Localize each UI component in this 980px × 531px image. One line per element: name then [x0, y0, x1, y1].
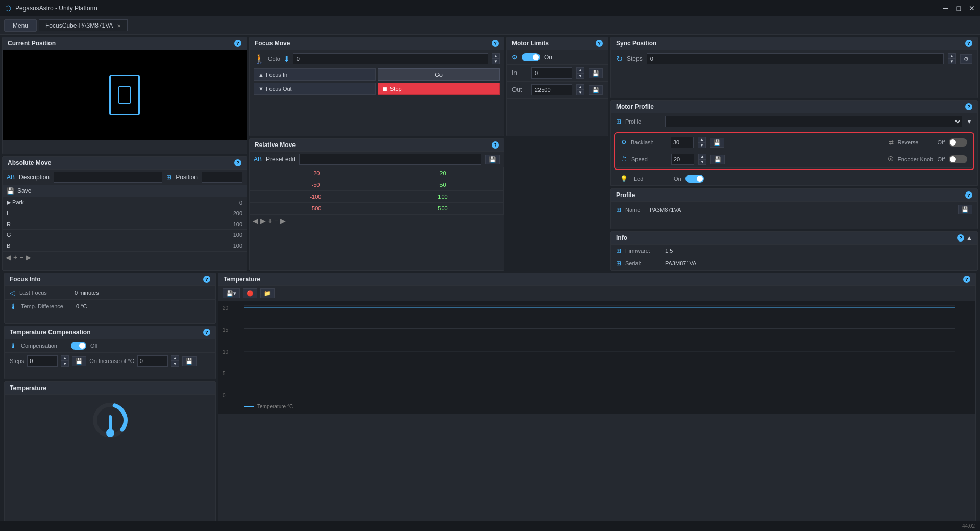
- table-row[interactable]: L 200: [3, 208, 247, 219]
- positive-cell[interactable]: 500: [382, 203, 503, 214]
- motor-profile-info[interactable]: ?: [965, 103, 972, 110]
- steps-save-button[interactable]: 💾: [72, 356, 86, 366]
- table-row[interactable]: R 100: [3, 219, 247, 230]
- negative-cell[interactable]: -20: [250, 167, 382, 179]
- focus-move-info[interactable]: ?: [492, 40, 499, 47]
- backlash-spin-down[interactable]: ▼: [698, 142, 706, 148]
- temperature-chart-info[interactable]: ?: [963, 276, 970, 283]
- encoder-knob-toggle[interactable]: [949, 155, 967, 163]
- goto-spin-up[interactable]: ▲: [492, 53, 500, 59]
- go-button[interactable]: Go: [378, 68, 500, 81]
- sync-spin-down[interactable]: ▼: [948, 59, 956, 64]
- temp-comp-info[interactable]: ?: [203, 329, 210, 336]
- table-row[interactable]: B 100: [3, 240, 247, 251]
- remove-row-button[interactable]: −: [19, 253, 23, 261]
- focus-out-button[interactable]: ▼ Focus Out: [254, 83, 376, 95]
- sync-save-button[interactable]: ⚙: [960, 54, 972, 64]
- negative-cell[interactable]: -50: [250, 179, 382, 191]
- compensation-row: 🌡 Compensation Off: [5, 339, 215, 353]
- speed-save-button[interactable]: 💾: [710, 155, 725, 164]
- profile-select-row: ⊞ Profile ▼: [611, 113, 977, 130]
- info-title: Info: [616, 234, 627, 242]
- current-position-info[interactable]: ?: [234, 40, 241, 47]
- in-spin-up[interactable]: ▲: [576, 67, 584, 73]
- in-save-button[interactable]: 💾: [589, 68, 603, 78]
- add-row-button[interactable]: +: [13, 253, 17, 261]
- speed-spin-up[interactable]: ▲: [698, 154, 706, 159]
- rel-remove-button[interactable]: +: [268, 216, 272, 225]
- menu-button[interactable]: Menu: [4, 19, 37, 32]
- sync-steps-input[interactable]: [647, 53, 944, 64]
- preset-save-button[interactable]: 💾: [485, 155, 500, 164]
- profile-section-info[interactable]: ?: [965, 191, 972, 199]
- steps-comp-input[interactable]: [27, 355, 58, 367]
- limit-out-input[interactable]: [531, 84, 572, 95]
- profile-select-icon: ⊞: [616, 118, 621, 125]
- out-spin-up[interactable]: ▲: [576, 84, 584, 90]
- stop-button[interactable]: ⏹ Stop: [378, 83, 500, 95]
- on-increase-input[interactable]: [137, 355, 168, 367]
- position-input[interactable]: [202, 172, 242, 183]
- focus-in-up-icon: ▲: [258, 71, 264, 78]
- speed-spinners: ▲ ▼: [698, 154, 706, 165]
- increase-save-button[interactable]: 💾: [182, 356, 197, 366]
- table-row[interactable]: G 100: [3, 230, 247, 240]
- close-button[interactable]: ✕: [969, 4, 975, 12]
- info-info[interactable]: ?: [957, 234, 964, 242]
- increase-spin-down[interactable]: ▼: [171, 361, 179, 367]
- limit-in-input[interactable]: [531, 67, 572, 79]
- steps-spin-up[interactable]: ▲: [61, 355, 69, 361]
- goto-input[interactable]: [293, 53, 488, 64]
- sync-info[interactable]: ?: [965, 40, 972, 47]
- rel-add-button[interactable]: ▶: [260, 216, 266, 225]
- steps-spin-down[interactable]: ▼: [61, 361, 69, 367]
- out-spin-down[interactable]: ▼: [576, 90, 584, 95]
- focus-in-button[interactable]: ▲ Focus In: [254, 68, 376, 81]
- rel-minus-button[interactable]: −: [274, 216, 278, 225]
- positive-cell[interactable]: 50: [382, 179, 503, 191]
- profile-name-save-button[interactable]: 💾: [958, 205, 972, 214]
- profile-dropdown[interactable]: [665, 116, 962, 127]
- minimize-button[interactable]: ─: [943, 4, 948, 12]
- focus-move-panel: Focus Move ? 🚶 Goto ⬇ ▲ ▼: [249, 37, 504, 136]
- maximize-button[interactable]: □: [957, 4, 961, 12]
- negative-cell[interactable]: -500: [250, 203, 382, 214]
- last-focus-icon: ◁: [10, 288, 15, 297]
- reverse-toggle[interactable]: [949, 138, 967, 147]
- main-tab[interactable]: FocusCube-PA3M871VA ✕: [39, 19, 128, 31]
- comp-toggle[interactable]: [71, 342, 86, 350]
- chart-record-button[interactable]: 🔴: [243, 288, 257, 298]
- save-button[interactable]: Save: [17, 187, 31, 195]
- temp-diff-row: 🌡 Temp. Difference 0 °C: [5, 300, 215, 313]
- motor-limits-info[interactable]: ?: [596, 40, 603, 47]
- positive-cell[interactable]: 20: [382, 167, 503, 179]
- in-spin-down[interactable]: ▼: [576, 73, 584, 79]
- increase-spin-up[interactable]: ▲: [171, 355, 179, 361]
- backlash-save-button[interactable]: 💾: [710, 138, 724, 148]
- focus-info-info[interactable]: ?: [203, 276, 210, 283]
- sync-spin-up[interactable]: ▲: [948, 53, 956, 59]
- absolute-move-info[interactable]: ?: [234, 159, 241, 166]
- motor-limits-toggle[interactable]: [522, 53, 540, 61]
- description-input[interactable]: [54, 172, 162, 183]
- preset-edit-input[interactable]: [299, 154, 481, 165]
- led-toggle[interactable]: [685, 175, 704, 183]
- table-row[interactable]: ▶ Park 0: [3, 197, 247, 208]
- out-save-button[interactable]: 💾: [589, 85, 603, 95]
- relative-move-info[interactable]: ?: [492, 141, 499, 149]
- negative-cell[interactable]: -100: [250, 191, 382, 203]
- backlash-input[interactable]: [671, 137, 694, 148]
- backlash-spin-up[interactable]: ▲: [698, 137, 706, 142]
- limit-out-row: Out ▲ ▼ 💾: [507, 82, 608, 99]
- goto-spin-down[interactable]: ▼: [492, 59, 500, 64]
- serial-value: PA3M871VA: [665, 260, 696, 267]
- speed-input[interactable]: [671, 154, 694, 165]
- info-collapse-button[interactable]: ▲: [966, 234, 972, 242]
- chart-folder-button[interactable]: 📁: [260, 288, 275, 298]
- tab-close-button[interactable]: ✕: [117, 23, 121, 29]
- chart-save-button[interactable]: 💾▾: [223, 288, 240, 298]
- y-label-10: 10: [223, 349, 228, 355]
- speed-spin-down[interactable]: ▼: [698, 159, 706, 165]
- last-focus-row: ◁ Last Focus 0 minutes: [5, 286, 215, 300]
- positive-cell[interactable]: 100: [382, 191, 503, 203]
